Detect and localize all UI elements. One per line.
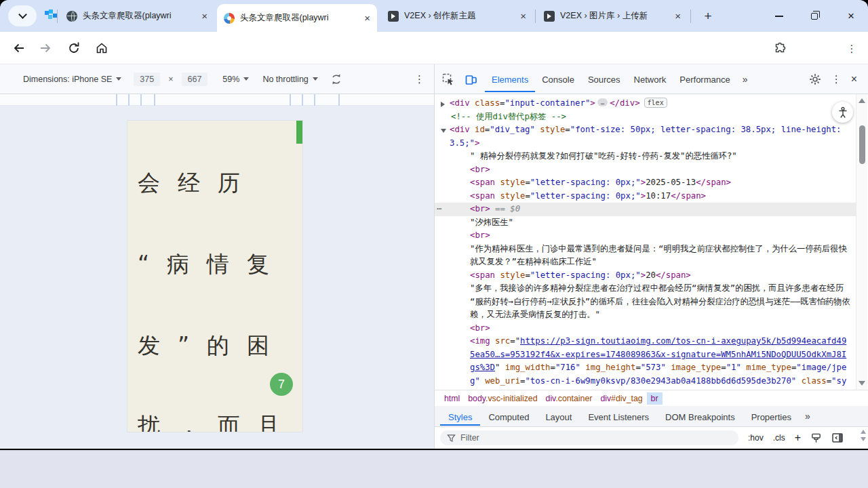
devtools-tab-network[interactable]: Network	[627, 66, 673, 92]
styles-tab-bar: StylesComputedLayoutEvent ListenersDOM B…	[435, 406, 868, 427]
device-emulation-area: 会经历“病情复发”的困扰，而且 7	[0, 94, 434, 449]
dom-tree-line[interactable]: "多年，我接诊的许多精神分裂症患者在治疗过程中都会经历“病情复发”的困扰，而且许…	[435, 282, 856, 322]
device-toolbar-menu-button[interactable]: ⋮	[414, 77, 425, 81]
styles-tab-layout[interactable]: Layout	[537, 407, 580, 426]
toggle-hover-state-button[interactable]: :hov	[748, 433, 764, 443]
rendering-emulation-button[interactable]	[810, 432, 822, 444]
reload-button[interactable]	[66, 40, 82, 56]
tab-close-icon[interactable]: ×	[675, 11, 681, 21]
dom-tree-line[interactable]: <!-- 使用div替代p标签 -->	[435, 110, 856, 124]
throttling-select[interactable]: No throttling	[262, 75, 308, 84]
page-scrollbar[interactable]	[296, 121, 302, 144]
breadcrumb-item[interactable]: html	[440, 392, 464, 405]
dom-tree-line[interactable]: ⋯<br> == $0	[435, 203, 856, 216]
styles-tab-properties[interactable]: Properties	[743, 407, 800, 426]
styles-tab-event-listeners[interactable]: Event Listeners	[580, 407, 657, 426]
tab-close-icon[interactable]: ×	[520, 11, 526, 21]
dom-tree-line[interactable]: <br>	[435, 322, 856, 336]
tab-close-icon[interactable]: ×	[364, 13, 370, 23]
restore-icon	[811, 13, 818, 20]
scroll-up-icon[interactable]	[859, 98, 865, 103]
home-button[interactable]	[94, 40, 110, 56]
dom-tree-line[interactable]: <div id="div_tag" style="font-size: 50px…	[435, 123, 856, 150]
chevron-down-icon	[116, 77, 121, 81]
browser-menu-button[interactable]: ⋮	[844, 40, 860, 56]
back-arrow-icon	[12, 41, 26, 55]
devtools-settings-button[interactable]	[808, 73, 822, 86]
media-query-ruler[interactable]	[0, 94, 434, 106]
filter-funnel-icon	[447, 434, 456, 443]
chevron-down-icon	[243, 77, 249, 81]
page-count-badge: 7	[270, 373, 293, 396]
extensions-button[interactable]	[772, 40, 788, 56]
dom-tree-line[interactable]: <br>	[435, 229, 856, 243]
pinned-logo-icon[interactable]	[45, 11, 49, 15]
breadcrumb-item[interactable]: div.container	[542, 392, 597, 405]
devtools-menu-button[interactable]: ⋮	[831, 77, 842, 81]
new-tab-button[interactable]: +	[700, 8, 716, 24]
tab-3[interactable]: V2EX › 创作新主题 ×	[381, 0, 533, 32]
dom-tree-line[interactable]: <img src="https://p3-sign.toutiaoimg.com…	[435, 335, 856, 390]
dom-tree-line[interactable]: <div class="input-container">…</div>flex	[435, 97, 856, 110]
tab-search-button[interactable]	[8, 5, 37, 26]
window-maximize-button[interactable]	[799, 0, 830, 32]
dom-tree-line[interactable]: <br>	[435, 163, 856, 177]
devtools-tab-sources[interactable]: Sources	[581, 66, 627, 92]
dimensions-times: ×	[168, 75, 173, 84]
expand-arrow-icon[interactable]	[441, 102, 445, 107]
dom-tree-line[interactable]: <span style="letter-spacing: 0px;">20</s…	[435, 269, 856, 283]
scroll-down-icon[interactable]	[859, 381, 865, 386]
forward-button[interactable]	[37, 40, 54, 56]
device-width-field[interactable]: 375	[134, 73, 160, 86]
styles-tabs: StylesComputedLayoutEvent ListenersDOM B…	[440, 407, 800, 426]
filter-placeholder: Filter	[460, 433, 479, 443]
dom-tree-line[interactable]: "作为精神科医生，门诊中最常遇到的患者疑问是：“明明我之前症状都控制住了，为什么…	[435, 243, 856, 269]
devtools-tab-console[interactable]: Console	[535, 66, 581, 92]
devtools-tab-elements[interactable]: Elements	[485, 66, 535, 92]
elements-scrollbar[interactable]	[856, 94, 867, 390]
toggle-classes-button[interactable]: .cls	[773, 433, 785, 443]
styles-filter-input[interactable]: Filter	[440, 430, 738, 445]
styles-tab-computed[interactable]: Computed	[480, 407, 537, 426]
toggle-sidebar-button[interactable]	[831, 432, 844, 444]
window-minimize-button[interactable]	[764, 0, 795, 32]
devtools-tab-performance[interactable]: Performance	[673, 66, 736, 92]
breadcrumb-item[interactable]: div#div_tag	[596, 392, 646, 405]
window-close-button[interactable]: ×	[835, 0, 867, 32]
emulated-page-viewport[interactable]: 会经历“病情复发”的困扰，而且 7	[127, 121, 302, 432]
device-height-field[interactable]: 667	[182, 73, 208, 86]
minimize-icon	[775, 16, 783, 17]
scrollbar-thumb[interactable]	[859, 125, 865, 164]
scroll-up-icon[interactable]	[861, 430, 866, 434]
device-zoom-select[interactable]: 59%	[222, 75, 239, 84]
inspect-element-button[interactable]	[441, 73, 455, 86]
styles-more-tabs-button[interactable]: »	[800, 411, 816, 422]
dom-tree-line[interactable]: " 精神分裂停药就复发?如何打破"吃药-好转-停药-复发"的恶性循环?"	[435, 150, 856, 163]
dom-tree-line[interactable]: "汐炜医生"	[435, 216, 856, 230]
breadcrumb-item[interactable]: body.vsc-initialized	[464, 392, 541, 405]
line-marker-icon[interactable]: ⋯	[437, 203, 441, 216]
toggle-device-toolbar-button[interactable]	[465, 73, 478, 86]
tab-4[interactable]: V2EX › 图片库 › 上传新 ×	[537, 0, 688, 32]
tab-separator	[535, 9, 536, 23]
back-button[interactable]	[11, 40, 27, 56]
breadcrumb-item[interactable]: br	[647, 392, 663, 405]
chevron-down-icon	[18, 10, 27, 19]
tab-close-icon[interactable]: ×	[201, 11, 208, 21]
device-dimensions-select[interactable]: Dimensions: iPhone SE	[23, 75, 112, 84]
scroll-down-icon[interactable]	[861, 437, 866, 441]
tab-1[interactable]: 头条文章爬取器(playwri ×	[60, 0, 214, 32]
accessibility-overlay-button[interactable]	[832, 102, 853, 123]
styles-pane-scroll-arrows[interactable]	[861, 430, 866, 441]
rotate-button[interactable]	[329, 72, 344, 87]
styles-tab-dom-breakpoints[interactable]: DOM Breakpoints	[657, 407, 743, 426]
dom-tree-line[interactable]: <span style="letter-spacing: 0px;">10:17…	[435, 190, 856, 203]
tab-2-active[interactable]: 头条文章爬取器(playwri ×	[217, 4, 377, 32]
styles-tab-styles[interactable]: Styles	[440, 407, 480, 426]
new-style-rule-button[interactable]: +	[795, 432, 801, 444]
devtools-close-button[interactable]: ×	[851, 73, 857, 85]
v2ex-favicon-icon	[544, 11, 555, 22]
dom-tree-line[interactable]: <span style="letter-spacing: 0px;">2025-…	[435, 176, 856, 190]
collapse-arrow-icon[interactable]	[441, 129, 446, 133]
more-tabs-button[interactable]: »	[737, 74, 753, 85]
